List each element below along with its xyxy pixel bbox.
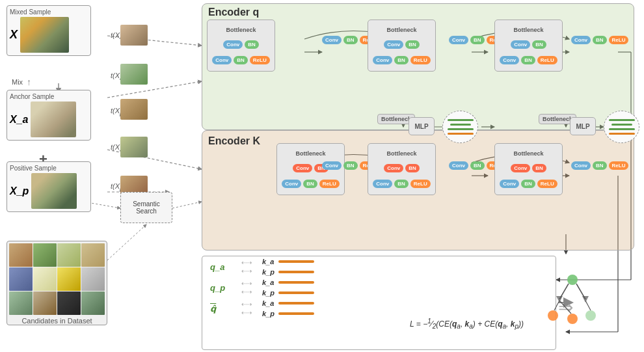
q-bn1-pills-top: Conv BN	[223, 40, 259, 49]
q-bn1-relu: ReLU	[250, 56, 270, 64]
ka-bar-3	[278, 302, 314, 305]
loss-section: q_a ⇠⇢ ⇠⇢ k_a k_p q_p ⇠⇢ ⇠⇢	[202, 256, 556, 350]
candidate-11	[57, 291, 81, 315]
q-c2-bn: BN	[470, 36, 485, 44]
q-c3-relu: ReLU	[609, 36, 629, 44]
thumb-txa2	[120, 137, 148, 157]
mixed-sample-box: Mixed Sample X	[7, 5, 91, 56]
qhat-arrow-1: ⇠⇢	[241, 301, 252, 308]
k-bottleneck-2: Bottleneck Conv BN Conv BN ReLU	[368, 143, 436, 195]
positive-sample-section: Positive Sample X_p	[7, 161, 91, 216]
qa-arrow-2: ⇠⇢	[241, 267, 252, 275]
q-lv1-green3	[448, 128, 474, 130]
ka-bar-1	[278, 260, 314, 263]
qa-arrow-1: ⇠⇢	[241, 259, 252, 266]
svg-point-28	[567, 275, 578, 285]
q-mlp-2: MLP	[570, 117, 596, 135]
kp-bar-1	[278, 271, 314, 273]
q-mlp-1: MLP	[409, 117, 435, 135]
k-c-conv: Conv	[322, 161, 342, 170]
k-bn2-conv: Conv	[384, 164, 403, 172]
mix-text: Mix	[12, 78, 23, 86]
q-bn1-bn2: BN	[234, 56, 248, 64]
qa-arrows: ⇠⇢ ⇠⇢	[241, 259, 252, 275]
positive-sample-box: Positive Sample X_p	[7, 161, 91, 212]
q-c-conv: Conv	[322, 36, 342, 44]
qp-kp-line: k_p	[262, 289, 314, 297]
k-c3-relu: ReLU	[609, 161, 629, 170]
svg-point-33	[548, 310, 558, 321]
k-bn3-bn2: BN	[521, 180, 535, 188]
k-c3-bn: BN	[593, 161, 607, 170]
mixed-sample-image	[20, 17, 69, 53]
k-bn1-bn2: BN	[303, 180, 317, 188]
k-bn3-pills-bot: Conv BN ReLU	[500, 180, 557, 188]
candidate-6	[33, 267, 57, 291]
ka-label-2: k_a	[262, 278, 275, 286]
thumb-txp-top	[120, 99, 148, 120]
kp-bar-2	[278, 291, 314, 294]
k-center-block-3: Conv BN ReLU	[571, 161, 628, 170]
qp-arrow-1: ⇠⇢	[241, 280, 252, 287]
q-bn1-conv2: Conv	[212, 56, 232, 64]
loss-row-qa: q_a ⇠⇢ ⇠⇢ k_a k_p	[202, 256, 556, 277]
qp-arrow-2: ⇠⇢	[241, 288, 252, 295]
qp-ka-line: k_a	[262, 278, 314, 286]
q-c3-bn: BN	[593, 36, 607, 44]
k-c2-bn: BN	[470, 161, 485, 170]
q-bn3-label: Bottleneck	[513, 27, 543, 33]
q-bottleneck-3: Bottleneck Conv BN Conv BN ReLU	[494, 20, 563, 72]
k-bn2-conv2: Conv	[373, 180, 392, 188]
qa-kp-line: k_p	[262, 268, 314, 276]
semantic-search-box: Semantic Search	[120, 192, 172, 223]
q-bn3-bn: BN	[532, 40, 546, 49]
qa-label: q_a	[210, 262, 230, 272]
qhat-arrow-2: ⇠⇢	[241, 309, 252, 316]
encoder-k-label: Encoder K	[208, 135, 260, 147]
mixed-sample-title: Mixed Sample	[10, 8, 88, 16]
qhat-kp-line: k_p	[262, 310, 314, 318]
qa-ka-line: k_a	[262, 258, 314, 265]
qp-label: q_p	[210, 283, 230, 293]
q-bn1-bn: BN	[245, 40, 259, 49]
svg-line-36	[554, 301, 559, 310]
candidate-2	[33, 243, 57, 267]
loss-row-qp: q_p ⇠⇢ ⇠⇢ k_a k_p	[202, 277, 556, 298]
thumb-txa	[120, 64, 148, 85]
svg-line-38	[585, 301, 591, 310]
q-bn2-bn: BN	[405, 40, 420, 49]
q-bn3-conv2: Conv	[500, 56, 519, 64]
q-lv2-orange	[609, 133, 635, 135]
q-lv1-green2	[450, 124, 471, 126]
candidate-5	[9, 267, 33, 291]
svg-marker-32	[582, 296, 589, 303]
encoder-q-label: Encoder q	[208, 7, 259, 18]
svg-marker-30	[556, 296, 563, 303]
anchor-sample-image	[31, 102, 76, 137]
q-lv2-green1	[609, 119, 635, 121]
kp-bar-3	[278, 312, 314, 315]
k-bn3-relu: ReLU	[537, 180, 557, 188]
k-bn3-conv2: Conv	[500, 180, 519, 188]
candidate-4	[81, 243, 105, 267]
k-bn2-pills-top: Conv BN	[384, 164, 420, 172]
q-bn1-pills-bot: Conv BN ReLU	[212, 56, 269, 64]
ka-label-1: k_a	[262, 258, 275, 265]
semantic-search-label: Semantic Search	[123, 200, 170, 215]
candidate-12	[81, 291, 105, 315]
k-bn2-pills-bot: Conv BN ReLU	[373, 180, 430, 188]
q-bn3-relu: ReLU	[537, 56, 557, 64]
candidates-label: Candidates in Dataset	[9, 317, 105, 325]
svg-point-34	[567, 314, 578, 324]
ka-label-3: k_a	[262, 299, 275, 307]
thumb-tx	[120, 25, 148, 46]
loss-row-qhat: q̂ ⇠⇢ ⇠⇢ k_a k_p	[202, 298, 556, 319]
xp-label: X_p	[10, 185, 29, 197]
q-bn2-label: Bottleneck	[386, 27, 416, 33]
candidates-box: Candidates in Dataset	[7, 241, 107, 325]
candidate-7	[57, 267, 81, 291]
candidate-1	[9, 243, 33, 267]
candidates-grid	[9, 243, 105, 315]
qhat-arrows: ⇠⇢ ⇠⇢	[241, 301, 252, 316]
loss-formula: L = −1⁄2(CE(qa, ka) + CE(qa, kp))	[410, 318, 524, 330]
